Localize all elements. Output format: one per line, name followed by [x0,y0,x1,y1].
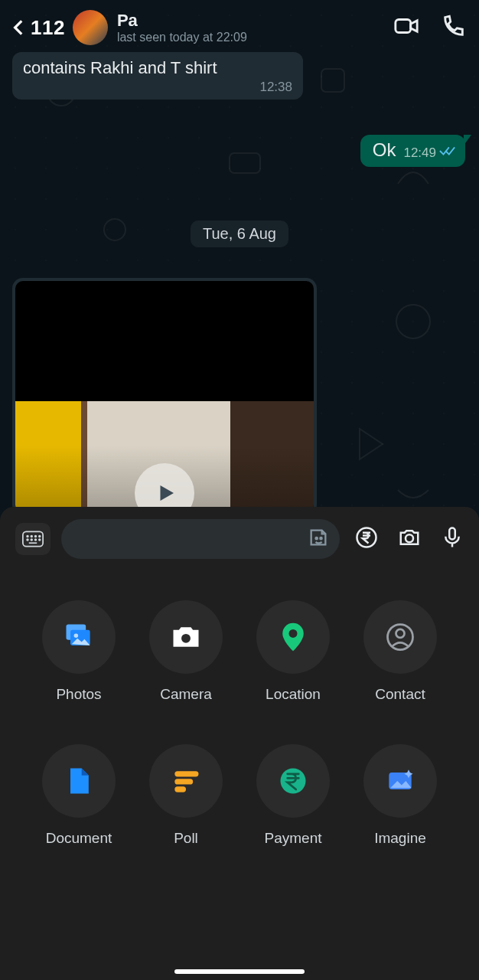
attachment-document[interactable]: Document [29,744,129,847]
camera-icon [169,620,203,654]
video-call-button[interactable] [393,13,419,42]
attachment-label: Imagine [374,830,426,847]
message-text: Ok [373,139,396,161]
document-icon [62,764,96,798]
svg-point-9 [31,536,32,537]
svg-point-12 [27,539,28,541]
message-time: 12:38 [23,80,292,95]
attachment-label: Payment [265,830,322,847]
location-icon [276,620,310,654]
microphone-button[interactable] [441,526,464,552]
contact-avatar[interactable] [73,10,108,45]
home-indicator[interactable] [174,969,305,974]
attachment-photos[interactable]: Photos [29,600,129,703]
attachment-sheet: Photos Camera Location Contact Document … [0,507,479,980]
svg-point-10 [35,536,37,537]
date-separator: Tue, 6 Aug [191,220,288,247]
attachment-label: Document [46,830,112,847]
svg-point-29 [396,629,405,638]
contact-info[interactable]: Pa last seen today at 22:09 [117,11,393,44]
svg-point-14 [35,539,37,541]
svg-rect-32 [174,786,186,792]
svg-point-8 [27,536,28,537]
message-text: contains Rakhi and T shirt [23,58,292,78]
svg-point-15 [39,539,41,541]
payment-icon [276,764,310,798]
outgoing-message[interactable]: Ok 12:49 [360,135,465,167]
svg-rect-30 [174,771,198,776]
read-receipt-icon [439,145,456,161]
imagine-icon [383,764,417,798]
last-seen: last seen today at 22:09 [117,31,393,44]
svg-point-27 [289,629,298,638]
contact-name: Pa [117,11,393,31]
svg-rect-31 [174,779,193,784]
contact-icon [383,620,417,654]
svg-point-11 [39,536,41,537]
attachment-label: Location [266,686,321,703]
keyboard-button[interactable] [15,523,51,555]
attachment-camera[interactable]: Camera [136,600,236,703]
rupee-button[interactable] [355,526,378,552]
back-button[interactable]: 112 [9,16,65,40]
camera-button[interactable] [398,526,421,552]
attachment-payment[interactable]: Payment [243,744,343,847]
attachment-label: Camera [160,686,212,703]
photos-icon [62,620,96,654]
sticker-button[interactable] [308,527,329,551]
svg-rect-21 [449,528,455,540]
chat-header: 112 Pa last seen today at 22:09 [0,0,479,55]
svg-point-20 [406,534,413,542]
svg-rect-6 [396,20,411,33]
attachment-contact[interactable]: Contact [350,600,450,703]
incoming-message[interactable]: contains Rakhi and T shirt 12:38 [12,52,303,100]
video-message[interactable] [12,278,317,515]
message-time: 12:49 [403,145,436,161]
attachment-label: Contact [375,686,425,703]
attachment-label: Photos [56,686,101,703]
attachment-location[interactable]: Location [243,600,343,703]
attachment-label: Poll [174,830,198,847]
message-input[interactable] [61,519,340,559]
attachment-imagine[interactable]: Imagine [350,744,450,847]
voice-call-button[interactable] [441,13,467,42]
unread-count: 112 [31,16,65,40]
svg-point-33 [281,769,306,794]
svg-point-18 [320,537,321,539]
poll-icon [169,764,203,798]
svg-point-17 [316,537,318,539]
attachment-poll[interactable]: Poll [136,744,236,847]
svg-point-24 [74,633,79,638]
svg-point-13 [31,539,32,541]
